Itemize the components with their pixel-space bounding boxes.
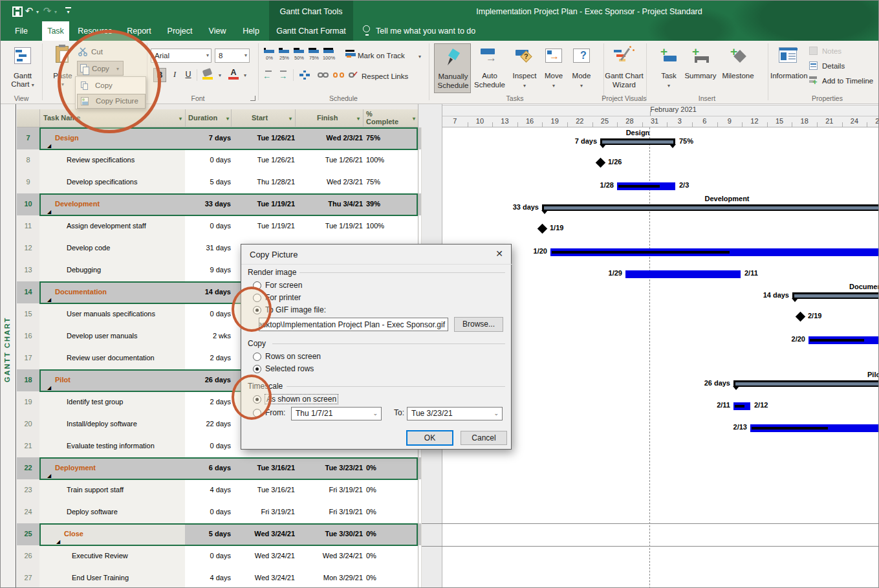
task-bar[interactable] (808, 336, 879, 344)
tab-report[interactable]: Report (121, 21, 157, 41)
task-cell[interactable]: Thu 3/4/21 (295, 193, 367, 216)
task-cell[interactable]: Tue 3/23/21 (295, 457, 367, 480)
insert-summary-button[interactable]: + Summary (684, 43, 717, 93)
radio-for-screen-label[interactable]: For screen (265, 281, 302, 290)
task-cell[interactable]: 5 days (185, 171, 235, 194)
row-number[interactable]: 25 (17, 523, 40, 546)
mark-on-track-caret[interactable]: ▾ (417, 54, 422, 60)
link-tasks-icon[interactable] (318, 71, 329, 79)
row-number[interactable]: 10 (17, 193, 40, 216)
task-cell[interactable]: 100% (363, 149, 422, 172)
percent-complete-100%-button[interactable]: 100% (322, 47, 336, 63)
table-row[interactable]: 9Develop specifications5 daysThu 1/28/21… (17, 171, 418, 193)
task-cell[interactable]: 26 days (185, 369, 235, 392)
task-cell[interactable]: 5 days (185, 523, 235, 546)
radio-for-printer-label[interactable]: For printer (265, 293, 301, 302)
task-cell[interactable]: 0 days (185, 501, 235, 524)
task-cell[interactable]: 9 days (185, 259, 235, 282)
task-cell[interactable]: Tue 1/26/21 (231, 149, 299, 172)
summary-task-bar[interactable] (792, 292, 879, 299)
task-name-cell[interactable]: Develop specifications (39, 171, 186, 194)
task-cell[interactable]: Fri 3/19/21 (295, 501, 367, 524)
task-cell[interactable]: 0% (363, 567, 422, 588)
task-bar[interactable] (750, 424, 879, 432)
task-name-cell[interactable]: Review specifications (39, 149, 186, 172)
indent-task-button[interactable]: → (277, 71, 288, 81)
task-cell[interactable]: Tue 1/19/21 (231, 215, 299, 238)
row-number[interactable]: 8 (17, 149, 40, 172)
row-number[interactable]: 16 (17, 325, 40, 348)
task-cell[interactable]: 39% (363, 193, 422, 216)
task-cell[interactable]: Wed 3/24/21 (295, 545, 367, 568)
undo-caret[interactable]: ▾ (35, 10, 40, 15)
percent-complete-0%-button[interactable]: 0% (263, 47, 276, 63)
manually-schedule-button[interactable]: Manually Schedule (434, 43, 471, 93)
task-cell[interactable]: Wed 3/24/21 (231, 523, 299, 546)
row-number[interactable]: 26 (17, 545, 40, 568)
task-name-cell[interactable]: Review user documentation (39, 347, 186, 370)
tab-resource[interactable]: Resource (73, 21, 117, 41)
task-cell[interactable]: Wed 2/3/21 (295, 171, 367, 194)
font-name-combo[interactable]: Arial▾ (151, 49, 212, 63)
column-header-task-name[interactable]: Task Name ▾ (39, 109, 186, 127)
font-color-button[interactable]: A (226, 68, 241, 82)
radio-from-label[interactable]: From: (265, 408, 285, 417)
percent-complete-75%-button[interactable]: 75% (307, 47, 321, 63)
cut-button[interactable]: Cut (78, 46, 136, 59)
radio-rows-on-screen[interactable] (253, 353, 261, 361)
row-number[interactable]: 23 (17, 479, 40, 502)
task-name-cell[interactable]: End User Training (39, 567, 186, 588)
split-task-icon[interactable] (299, 71, 310, 80)
task-cell[interactable]: 2 days (185, 391, 235, 414)
table-row[interactable]: 7◢Design7 daysTue 1/26/21Wed 2/3/2175% (17, 127, 418, 149)
radio-as-shown-label[interactable]: As shown on screen (265, 395, 338, 404)
tab-help[interactable]: Help (236, 21, 266, 41)
task-cell[interactable]: 2 days (185, 347, 235, 370)
tab-view[interactable]: View (202, 21, 232, 41)
row-number[interactable]: 11 (17, 215, 40, 238)
milestone-marker[interactable] (596, 158, 606, 168)
percent-complete-50%-button[interactable]: 50% (292, 47, 306, 63)
row-number[interactable]: 22 (17, 457, 40, 480)
row-number[interactable]: 14 (17, 281, 40, 304)
close-icon[interactable]: ✕ (495, 248, 503, 259)
gantt-chart-wizard-button[interactable]: Gantt Chart Wizard (605, 43, 644, 93)
task-cell[interactable]: 0% (363, 545, 422, 568)
radio-to-gif-label[interactable]: To GIF image file: (265, 305, 326, 314)
from-date-combo[interactable]: Thu 1/7/21⌄ (291, 407, 382, 420)
details-button[interactable]: Details (809, 61, 879, 72)
font-size-combo[interactable]: 8▾ (215, 49, 250, 63)
task-cell[interactable]: 4 days (185, 567, 235, 588)
task-name-cell[interactable]: ◢Pilot (39, 369, 186, 392)
menu-item-copy[interactable]: Copy (77, 78, 146, 93)
row-number[interactable]: 18 (17, 369, 40, 392)
menu-item-copy-picture[interactable]: Copy Picture (77, 94, 146, 109)
row-number[interactable]: 17 (17, 347, 40, 370)
table-row[interactable]: 8Review specifications0 daysTue 1/26/21T… (17, 149, 418, 171)
task-cell[interactable]: 0% (363, 479, 422, 502)
radio-as-shown[interactable] (253, 395, 261, 404)
redo-button[interactable]: ↷ (42, 5, 52, 17)
redo-caret[interactable]: ▾ (53, 10, 58, 15)
paste-button[interactable]: Paste ▾ (51, 43, 74, 94)
task-cell[interactable]: Fri 3/19/21 (295, 479, 367, 502)
task-cell[interactable]: 22 days (185, 413, 235, 436)
task-name-cell[interactable]: Executive Review (39, 545, 186, 568)
inspect-button[interactable]: ? Inspect ▾ (510, 43, 539, 93)
summary-task-bar[interactable] (733, 380, 879, 387)
radio-selected-rows[interactable] (253, 365, 261, 373)
task-name-cell[interactable]: ◢Close (39, 523, 186, 546)
tell-me-box[interactable]: Tell me what you want to do (376, 21, 486, 41)
milestone-marker[interactable] (796, 312, 806, 322)
task-cell[interactable]: Tue 1/19/21 (231, 193, 299, 216)
row-number[interactable]: 12 (17, 237, 40, 260)
row-number[interactable]: 15 (17, 303, 40, 326)
task-cell[interactable]: Mon 3/29/21 (295, 567, 367, 588)
task-name-cell[interactable]: ◢Development (39, 193, 186, 216)
browse-button[interactable]: Browse... (454, 317, 503, 332)
radio-rows-on-screen-label[interactable]: Rows on screen (265, 352, 321, 361)
customize-qat-button[interactable]: ▾ (65, 7, 72, 15)
task-cell[interactable]: 0 days (185, 545, 235, 568)
task-cell[interactable]: 100% (363, 215, 422, 238)
task-cell[interactable]: 0% (363, 457, 422, 480)
